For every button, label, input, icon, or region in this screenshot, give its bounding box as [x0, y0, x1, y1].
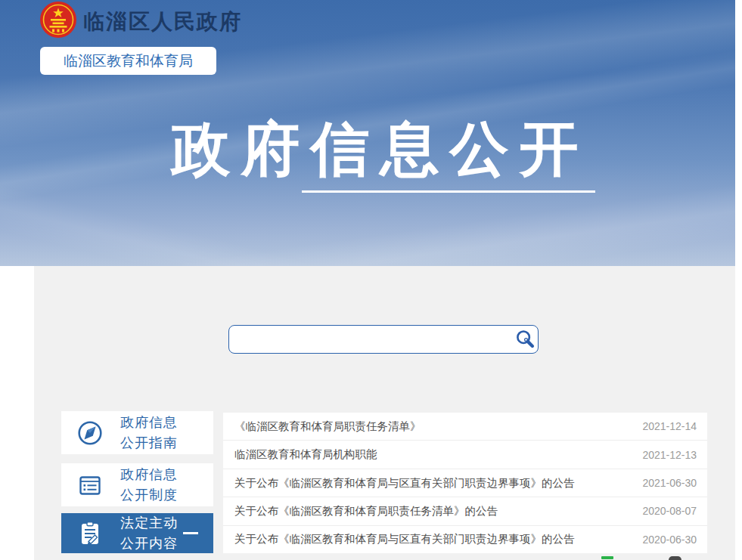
sidebar-label-line: 政府信息	[120, 413, 178, 433]
list-item[interactable]: 关于公布《临淄区教育和体育局与区直有关部门职责边界事项》的公告 2020-06-…	[223, 526, 707, 553]
article-date: 2021-12-13	[642, 449, 697, 461]
title-underline	[302, 190, 595, 193]
sidebar-label-line: 公开制度	[120, 485, 178, 506]
sidebar-label-line: 公开内容	[120, 534, 178, 554]
government-info-page: 临淄区人民政府 临淄区教育和体育局 政府信息公开 政府信	[0, 0, 742, 560]
sidebar-item-guide[interactable]: 政府信息 公开指南	[61, 411, 213, 454]
sidebar-item-system[interactable]: 政府信息 公开制度	[61, 463, 213, 506]
national-emblem-icon	[40, 2, 76, 38]
article-date: 2020-06-30	[642, 534, 697, 546]
sidebar-label-line: 政府信息	[120, 465, 178, 485]
article-title[interactable]: 关于公布《临淄区教育和体育局职责任务清单》的公告	[234, 504, 498, 518]
article-title[interactable]: 关于公布《临淄区教育和体育局与区直有关部门职责边界事项》的公告	[234, 532, 575, 546]
compass-icon	[76, 419, 104, 447]
department-button-label: 临淄区教育和体育局	[64, 51, 193, 71]
sidebar-item-statutory-disclosure[interactable]: 法定主动 公开内容	[61, 513, 213, 553]
article-date: 2021-12-14	[642, 420, 697, 432]
page-title: 政府信息公开	[0, 110, 735, 190]
list-item[interactable]: 关于公布《临淄区教育和体育局职责任务清单》的公告 2020-08-07	[223, 497, 707, 525]
cut-off-dark-icon	[669, 556, 681, 560]
article-list: 《临淄区教育和体育局职责任务清单》 2021-12-14 临淄区教育和体育局机构…	[223, 413, 707, 553]
document-list-icon	[76, 471, 104, 500]
search-input[interactable]	[229, 326, 512, 353]
collapse-minus-icon[interactable]	[183, 532, 198, 534]
search-box	[228, 325, 539, 354]
article-date: 2021-06-30	[642, 477, 697, 489]
article-date: 2020-08-07	[642, 505, 697, 517]
list-item[interactable]: 关于公布《临淄区教育和体育局与区直有关部门职责边界事项》的公告 2021-06-…	[223, 469, 707, 497]
department-button[interactable]: 临淄区教育和体育局	[40, 47, 216, 75]
site-title: 临淄区人民政府	[83, 8, 242, 36]
clipboard-pen-icon	[76, 519, 104, 548]
banner: 临淄区人民政府 临淄区教育和体育局 政府信息公开	[0, 0, 735, 266]
list-item[interactable]: 《临淄区教育和体育局职责任务清单》 2021-12-14	[223, 413, 707, 441]
sidebar-label-line: 公开指南	[120, 433, 178, 453]
list-item[interactable]: 临淄区教育和体育局机构职能 2021-12-13	[223, 441, 707, 469]
article-title[interactable]: 关于公布《临淄区教育和体育局与区直有关部门职责边界事项》的公告	[234, 476, 575, 490]
article-title[interactable]: 《临淄区教育和体育局职责任务清单》	[234, 419, 421, 434]
sidebar-label-line: 法定主动	[120, 513, 178, 534]
article-title[interactable]: 临淄区教育和体育局机构职能	[234, 447, 377, 462]
cut-off-green-icon	[601, 556, 613, 559]
search-icon[interactable]	[512, 328, 538, 351]
